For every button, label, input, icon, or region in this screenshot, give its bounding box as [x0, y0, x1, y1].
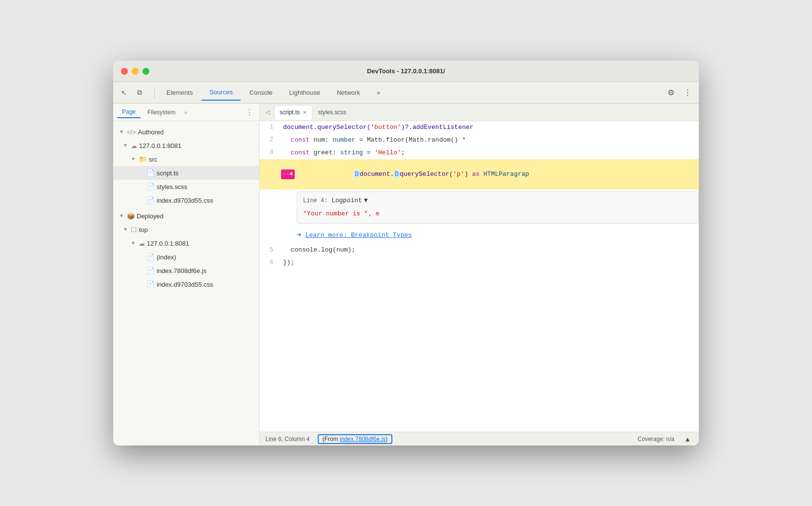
editor-tab-script-ts[interactable]: script.ts × [274, 105, 312, 120]
more-options-button[interactable]: ⋮ [680, 85, 695, 100]
line-content-5: console.log(num); [279, 245, 699, 255]
code-line-3: 3 const greet: string = 'Hello'; [260, 147, 699, 159]
cursor-icon-button[interactable]: ↖ [117, 86, 131, 100]
css-icon-index1: 📄 [146, 196, 155, 204]
tree-arrow-deployed: ▼ [119, 213, 125, 219]
tree-item-deployed[interactable]: ▼ 📦 Deployed [113, 209, 259, 223]
tree-item-src[interactable]: ▼ 📁 src [113, 152, 259, 166]
tabbar-icons: ↖ ⧉ [117, 86, 146, 100]
expand-icon: ▲ [684, 435, 691, 443]
code-lines: 1 document.querySelector('button')?.addE… [260, 121, 699, 432]
tree-item-script-ts[interactable]: ▶ 📄 script.ts [113, 166, 259, 180]
tab-lighthouse[interactable]: Lighthouse [282, 85, 328, 100]
tree-item-index-css1[interactable]: ▶ 📄 index.d9703d55.css [113, 193, 259, 207]
logpoint-line-label: Line 4: [303, 196, 327, 206]
tab-sources[interactable]: Sources [202, 84, 241, 101]
cloud-icon-host2: ☁ [139, 240, 145, 247]
frame-icon-top: ☐ [131, 226, 137, 233]
expand-coverage-button[interactable]: ▲ [682, 434, 693, 444]
maximize-button[interactable] [142, 68, 149, 75]
learn-more-link[interactable]: Learn more: Breakpoint Types [305, 231, 412, 241]
tree-label-deployed: Deployed [137, 212, 163, 220]
titlebar: DevTools - 127.0.0.1:8081/ [113, 61, 699, 82]
ts-icon-index-js: 📄 [146, 267, 155, 274]
line-num-1: 1 [260, 123, 279, 132]
status-bar: Line 6, Column 4 (From index.7808df6e.js… [260, 432, 699, 445]
folder-icon-src: 📁 [139, 155, 147, 163]
sidebar-tabs: Page Filesystem » ⋮ [113, 104, 259, 121]
editor-pane: ◁ script.ts × styles.scss 1 document.que… [260, 104, 699, 445]
tree-item-index-css2[interactable]: ▶ 📄 index.d9703d55.css [113, 277, 259, 291]
code-line-6: 6 }); [260, 257, 699, 270]
tree-label-script-ts: script.ts [157, 169, 179, 177]
source-link[interactable]: index.7808df6e.js [340, 436, 386, 443]
tab-console[interactable]: Console [242, 85, 281, 100]
code-icon: </> [127, 128, 136, 136]
settings-icon: ⚙ [668, 88, 674, 97]
tree-label-index-css1: index.d9703d55.css [157, 197, 213, 204]
tree-item-top[interactable]: ▼ ☐ top [113, 223, 259, 236]
bp-marker-d2: D [394, 170, 400, 178]
tree-arrow-authored: ▼ [119, 129, 125, 135]
code-line-1: 1 document.querySelector('button')?.addE… [260, 121, 699, 134]
logpoint-link-area: ➜ Learn more: Breakpoint Types [260, 226, 699, 244]
arrow-circle-icon: ➜ [297, 230, 302, 242]
tree-arrow-src: ▼ [131, 156, 137, 162]
tree-item-authored[interactable]: ▼ </> Authored [113, 125, 259, 139]
status-source-from[interactable]: (From index.7808df6e.js) [318, 434, 392, 444]
minimize-button[interactable] [132, 68, 139, 75]
devtools-window: DevTools - 127.0.0.1:8081/ ↖ ⧉ Elements … [113, 61, 699, 445]
editor-tabs: ◁ script.ts × styles.scss [260, 104, 699, 121]
tree-item-host2[interactable]: ▼ ☁ 127.0.0.1:8081 [113, 236, 259, 250]
code-line-2: 2 const num: number = Math.floor(Math.ra… [260, 134, 699, 147]
tree-arrow-host1: ▼ [123, 143, 129, 148]
cloud-icon-host1: ☁ [131, 142, 137, 149]
sidebar-tab-filesystem[interactable]: Filesystem [142, 107, 180, 118]
sidebar-tab-page[interactable]: Page [117, 106, 141, 118]
tree-item-index-js[interactable]: ▶ 📄 index.7808df6e.js [113, 264, 259, 277]
sidebar-tab-more[interactable]: » [182, 107, 189, 117]
logpoint-header: Line 4: Logpoint ▼ [303, 196, 692, 206]
close-button[interactable] [121, 68, 128, 75]
line-content-3: const greet: string = 'Hello'; [279, 148, 699, 158]
tab-elements[interactable]: Elements [159, 85, 201, 100]
scss-icon-styles: 📄 [146, 183, 155, 190]
sidebar-menu-button[interactable]: ⋮ [244, 106, 255, 118]
line-num-3: 3 [260, 148, 279, 157]
settings-button[interactable]: ⚙ [664, 85, 678, 100]
tree-item-index-html[interactable]: ▶ 📄 (index) [113, 250, 259, 264]
main-content: Page Filesystem » ⋮ ▼ </> Authored ▼ ☁ 1… [113, 104, 699, 445]
tree-label-host2: 127.0.0.1:8081 [147, 240, 189, 247]
tabbar-right: ⚙ ⋮ [664, 85, 695, 100]
tree-label-top: top [139, 226, 148, 233]
layers-icon-button[interactable]: ⧉ [133, 86, 146, 100]
logpoint-type-dropdown[interactable]: Logpoint ▼ [331, 196, 367, 206]
tree-arrow-host2: ▼ [131, 240, 137, 246]
status-position: Line 6, Column 4 [265, 436, 310, 443]
box-icon-deployed: 📦 [127, 212, 135, 220]
logpoint-input[interactable] [303, 210, 692, 217]
main-tabbar: ↖ ⧉ Elements Sources Console Lighthouse … [113, 82, 699, 104]
tree-label-styles-scss: styles.scss [157, 183, 187, 190]
tab-more[interactable]: » [369, 85, 388, 100]
code-line-5: 5 console.log(num); [260, 244, 699, 257]
breakpoint-badge: ·· 4 [281, 169, 295, 179]
html-icon-index: 📄 [146, 253, 155, 261]
breakpoint-marker-4: ·· 4 [279, 169, 297, 179]
line-content-4: Ddocument.DquerySelector('p') as HTMLPar… [297, 159, 699, 190]
tree-item-styles-scss[interactable]: ▶ 📄 styles.scss [113, 180, 259, 193]
collapse-panel-button[interactable]: ◁ [262, 106, 273, 118]
tab-network[interactable]: Network [329, 85, 368, 100]
sidebar: Page Filesystem » ⋮ ▼ </> Authored ▼ ☁ 1… [113, 104, 260, 445]
line-num-5: 5 [260, 246, 279, 255]
close-tab-script-ts[interactable]: × [303, 109, 306, 116]
tree-label-index-css2: index.d9703d55.css [157, 281, 213, 288]
line-num-2: 2 [260, 135, 279, 145]
code-line-4: ·· 4 Ddocument.DquerySelector('p') as HT… [260, 159, 699, 190]
tree-label-index-js: index.7808df6e.js [157, 267, 206, 274]
editor-tab-styles-scss[interactable]: styles.scss [313, 105, 351, 120]
editor-tab-label-styles-scss: styles.scss [318, 109, 346, 116]
tab-divider [154, 87, 155, 99]
tree-item-host1[interactable]: ▼ ☁ 127.0.0.1:8081 [113, 139, 259, 152]
window-title: DevTools - 127.0.0.1:8081/ [367, 67, 445, 75]
